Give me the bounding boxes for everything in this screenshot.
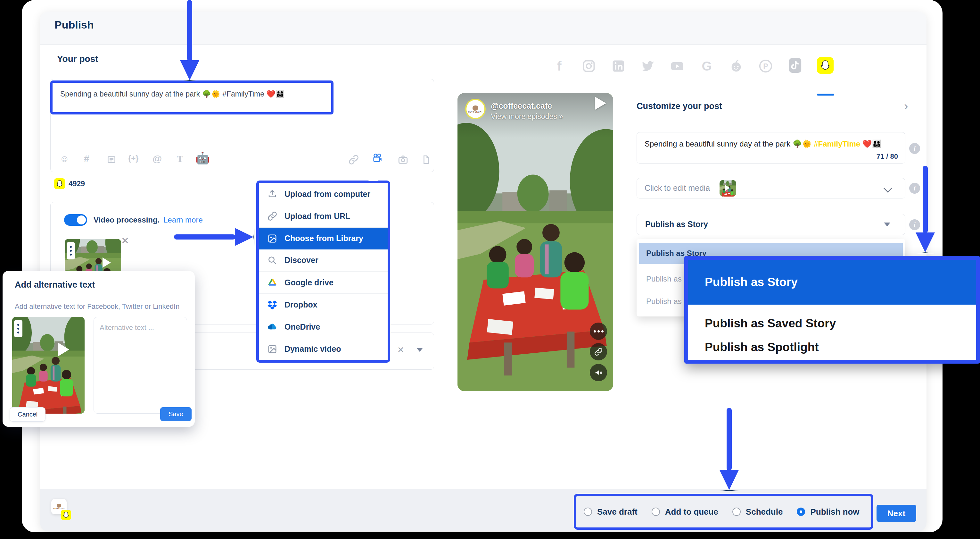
onedrive-icon xyxy=(267,322,277,332)
info-icon[interactable]: i xyxy=(909,183,920,194)
collapse-chevron-icon[interactable]: › xyxy=(904,99,908,113)
tab-google[interactable]: G xyxy=(698,58,715,74)
radio-selected-icon[interactable] xyxy=(797,507,805,516)
more-options-button[interactable] xyxy=(590,322,607,340)
modal-title: Add alternative text xyxy=(15,280,95,290)
radio-icon[interactable] xyxy=(652,507,660,516)
media-mini-thumbnail xyxy=(719,180,736,196)
alt-text-modal: Add alternative text Add alternative tex… xyxy=(3,271,195,427)
info-icon[interactable]: i xyxy=(909,219,920,230)
image-icon xyxy=(267,344,277,354)
post-text-highlight: Spending a beautiful sunny day at the pa… xyxy=(50,80,334,115)
option-publish-now[interactable]: Publish now xyxy=(797,507,859,517)
radio-icon[interactable] xyxy=(584,507,592,516)
post-text[interactable]: Spending a beautiful sunny day at the pa… xyxy=(60,90,285,99)
select-caret-icon xyxy=(884,223,890,226)
menu-item-label: Upload from URL xyxy=(285,212,350,221)
video-processing-label: Video processing. xyxy=(94,215,159,225)
tab-snapchat[interactable] xyxy=(817,57,834,74)
select-caret-icon[interactable] xyxy=(417,348,423,352)
menu-item-label: OneDrive xyxy=(285,322,320,332)
caption-text: Spending a beautiful sunny day at the pa… xyxy=(644,139,881,148)
play-icon[interactable] xyxy=(595,97,606,110)
tab-instagram[interactable] xyxy=(581,58,597,74)
mention-icon[interactable]: @ xyxy=(153,153,162,164)
caption-field[interactable]: Spending a beautiful sunny day at the pa… xyxy=(636,132,905,164)
menu-item-upload-computer[interactable]: Upload from computer xyxy=(259,183,388,205)
hashtag-icon[interactable]: # xyxy=(84,153,89,164)
menu-item-label: Google drive xyxy=(285,278,334,287)
remove-media-icon[interactable]: ✕ xyxy=(121,236,129,246)
dropbox-icon xyxy=(267,300,277,310)
saved-captions-icon[interactable] xyxy=(106,154,117,166)
option-schedule[interactable]: Schedule xyxy=(732,507,783,517)
clear-select-icon[interactable]: ✕ xyxy=(397,346,404,354)
menu-item-dropbox[interactable]: Dropbox xyxy=(259,294,388,316)
menu-item-label: Dropbox xyxy=(285,300,318,309)
mute-button[interactable] xyxy=(590,364,607,381)
tab-linkedin[interactable] xyxy=(610,58,627,74)
alt-text-input[interactable] xyxy=(94,317,187,414)
overlay-option-spotlight[interactable]: Publish as Spotlight xyxy=(705,341,819,354)
image-icon xyxy=(267,233,277,244)
publish-as-select[interactable]: Publish as Story xyxy=(636,214,905,235)
annotation-arrowhead xyxy=(719,470,739,491)
variables-icon[interactable]: {+} xyxy=(128,154,139,163)
tab-tiktok[interactable] xyxy=(787,57,803,74)
menu-item-upload-url[interactable]: Upload from URL xyxy=(259,205,388,227)
card-header xyxy=(40,11,926,45)
edit-media-field[interactable]: Click to edit media xyxy=(636,178,905,198)
tab-reddit[interactable] xyxy=(728,58,745,74)
annotation-arrow-right xyxy=(174,234,235,239)
play-icon[interactable] xyxy=(102,257,112,268)
copy-link-button[interactable] xyxy=(590,343,607,360)
option-save-draft[interactable]: Save draft xyxy=(584,507,638,517)
annotation-arrowhead xyxy=(235,228,255,246)
add-document-icon[interactable] xyxy=(420,154,432,166)
option-add-to-queue[interactable]: Add to queue xyxy=(652,507,718,517)
active-tab-underline xyxy=(817,94,834,96)
link-icon xyxy=(267,211,277,221)
save-button[interactable]: Save xyxy=(160,407,192,421)
tab-youtube[interactable] xyxy=(669,58,686,74)
story-preview[interactable]: COFFEECAT @coffeecat.cafe View more epis… xyxy=(458,93,613,391)
upload-menu: Upload from computer Upload from URL Cho… xyxy=(256,180,390,363)
annotation-arrow-down xyxy=(923,166,928,233)
annotation-arrowhead xyxy=(180,60,199,81)
cancel-button[interactable]: Cancel xyxy=(10,407,46,422)
view-more-episodes[interactable]: View more episodes » xyxy=(491,112,563,121)
dropdown-zoom-overlay: Publish as Story Publish as Saved Story … xyxy=(684,256,980,364)
radio-icon[interactable] xyxy=(732,507,741,516)
annotation-arrowhead xyxy=(916,233,935,253)
next-button[interactable]: Next xyxy=(877,505,916,522)
menu-item-label: Choose from Library xyxy=(285,234,363,243)
drag-handle-icon[interactable] xyxy=(67,242,75,259)
menu-item-choose-library[interactable]: Choose from Library xyxy=(259,228,388,249)
learn-more-link[interactable]: Learn more xyxy=(163,215,203,225)
add-photo-icon[interactable] xyxy=(397,154,409,166)
tab-pinterest[interactable]: P xyxy=(757,58,774,74)
add-video-icon[interactable] xyxy=(372,153,383,164)
menu-item-google-drive[interactable]: Google drive xyxy=(259,271,388,294)
account-handle: @coffeecat.cafe xyxy=(491,101,552,111)
attach-link-icon[interactable] xyxy=(348,154,360,166)
text-format-icon[interactable]: T xyxy=(177,153,183,164)
tab-facebook[interactable]: f xyxy=(551,58,568,74)
customize-heading: Customize your post xyxy=(636,101,722,111)
info-icon[interactable]: i xyxy=(909,143,920,154)
overlay-option-saved-story[interactable]: Publish as Saved Story xyxy=(705,317,836,330)
menu-item-onedrive[interactable]: OneDrive xyxy=(259,316,388,338)
menu-item-discover[interactable]: Discover xyxy=(259,249,388,271)
edit-media-label: Click to edit media xyxy=(644,183,710,193)
chevron-down-icon xyxy=(884,184,892,193)
drag-handle-icon[interactable] xyxy=(14,320,22,337)
ai-assistant-icon[interactable]: 🤖 xyxy=(196,151,210,165)
overlay-option-story[interactable]: Publish as Story xyxy=(688,260,976,305)
modal-divider xyxy=(3,296,195,296)
character-counter: 71 / 80 xyxy=(877,152,898,161)
annotation-arrow-down xyxy=(187,0,192,61)
menu-item-dynamic-video[interactable]: Dynamic video xyxy=(259,338,388,360)
video-processing-toggle[interactable] xyxy=(64,214,87,226)
emoji-picker-icon[interactable]: ☺ xyxy=(60,153,70,164)
tab-twitter[interactable] xyxy=(640,58,656,74)
